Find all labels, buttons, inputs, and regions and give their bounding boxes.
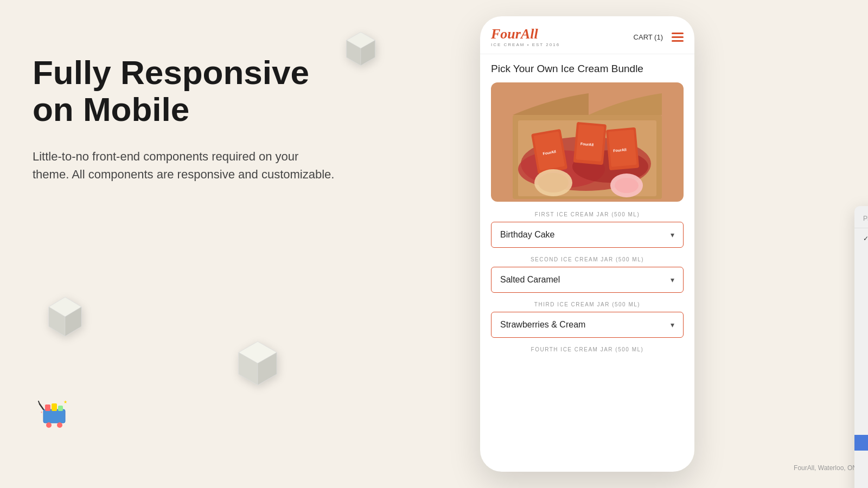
dropdown-item[interactable]: Hokey Pokey — [854, 341, 868, 356]
dropdown-item[interactable]: Strawberries & Cream — [854, 451, 868, 466]
dropdown-item[interactable]: Maple Creme Brulee — [854, 403, 868, 419]
dropdown-item[interactable]: Lemon Coconut Bar (Vegan) — [854, 372, 868, 388]
jar2-select[interactable]: Salted Caramel ▾ — [491, 267, 684, 293]
svg-rect-17 — [52, 403, 57, 411]
dropdown-item[interactable]: Espresso Chip — [854, 388, 868, 403]
svg-rect-16 — [45, 404, 50, 411]
left-content-area: Fully Responsive on Mobile Little-to-no … — [33, 54, 369, 183]
dropdown-item[interactable]: Vanilla Bean — [854, 466, 868, 482]
dropdown-item[interactable]: Wide Wide World — [854, 482, 868, 488]
svg-point-14 — [57, 422, 62, 428]
dropdown-item[interactable]: High Tea — [854, 325, 868, 341]
jar1-select[interactable]: Birthday Cake ▾ — [491, 222, 684, 248]
svg-rect-12 — [43, 409, 65, 423]
hamburger-menu-icon[interactable] — [672, 33, 684, 42]
cart-label[interactable]: CART (1) — [634, 33, 663, 41]
mobile-header: FourAll ICE CREAM • EST 2016 CART (1) — [480, 16, 694, 54]
jar3-value: Strawberries & Cream — [500, 320, 585, 330]
header-right: CART (1) — [634, 33, 684, 42]
shopping-cart-icon: ★ ♦ — [35, 396, 73, 434]
jar1-label: FIRST ICE CREAM JAR (500 ML) — [491, 211, 684, 217]
svg-point-38 — [615, 178, 639, 193]
decorative-cube-2 — [41, 293, 90, 342]
product-page-title: Pick Your Own Ice Cream Bundle — [491, 63, 684, 75]
dropdown-item[interactable]: Chocolate Chip Cookie Dough — [854, 262, 868, 278]
dropdown-item[interactable]: Key Lime Pie — [854, 356, 868, 372]
product-image: FourAll FourAll FourAll — [491, 82, 684, 202]
main-heading: Fully Responsive on Mobile — [33, 54, 369, 128]
mobile-content-area: Pick Your Own Ice Cream Bundle Fo — [480, 54, 694, 466]
jar2-label: SECOND ICE CREAM JAR (500 ML) — [491, 256, 684, 262]
flavor-dropdown-panel: Please select an option ✓Birthday CakeCh… — [854, 206, 868, 488]
dropdown-item[interactable]: ✓Birthday Cake — [854, 230, 868, 246]
svg-line-15 — [39, 401, 40, 404]
decorative-cube-1 — [342, 30, 380, 68]
jar2-value: Salted Caramel — [500, 275, 560, 285]
svg-point-36 — [538, 173, 569, 192]
jar4-label: FOURTH ICE CREAM JAR (500 ML) — [491, 346, 684, 352]
brand-logo: FourAll ICE CREAM • EST 2016 — [491, 27, 560, 47]
dropdown-item[interactable]: Salted Caramel — [854, 435, 868, 451]
svg-text:♦: ♦ — [41, 410, 42, 414]
jar3-select[interactable]: Strawberries & Cream ▾ — [491, 312, 684, 338]
mobile-device-mockup: FourAll ICE CREAM • EST 2016 CART (1) Pi… — [480, 16, 694, 472]
product-image-visual: FourAll FourAll FourAll — [491, 82, 684, 202]
svg-point-13 — [46, 422, 52, 428]
dropdown-item[interactable]: Chocolate Brownie Chunk (Vegan) — [854, 246, 868, 262]
decorative-cube-3 — [228, 336, 288, 396]
check-mark-icon: ✓ — [863, 235, 868, 242]
sub-description: Little-to-no front-end components requir… — [33, 147, 336, 183]
svg-rect-18 — [58, 406, 63, 411]
dropdown-item[interactable]: Mint Fudge Ripple (Vegan) — [854, 419, 868, 435]
dropdown-header-text: Please select an option — [854, 210, 868, 228]
jar3-arrow-icon: ▾ — [671, 320, 674, 329]
jar1-arrow-icon: ▾ — [671, 230, 674, 239]
dropdown-item[interactable]: Cookies & Cream — [854, 293, 868, 309]
jar1-value: Birthday Cake — [500, 230, 555, 240]
dropdown-item[interactable]: Goose Tracks — [854, 309, 868, 325]
dropdown-item[interactable]: Chocolate Milk — [854, 278, 868, 293]
footer-location: FourAll, Waterloo, ON — [794, 464, 857, 472]
svg-text:★: ★ — [63, 400, 67, 404]
jar2-arrow-icon: ▾ — [671, 275, 674, 284]
jar3-label: THIRD ICE CREAM JAR (500 ML) — [491, 301, 684, 307]
logo-subtitle: ICE CREAM • EST 2016 — [491, 42, 560, 47]
logo-text: FourAll — [491, 27, 538, 41]
